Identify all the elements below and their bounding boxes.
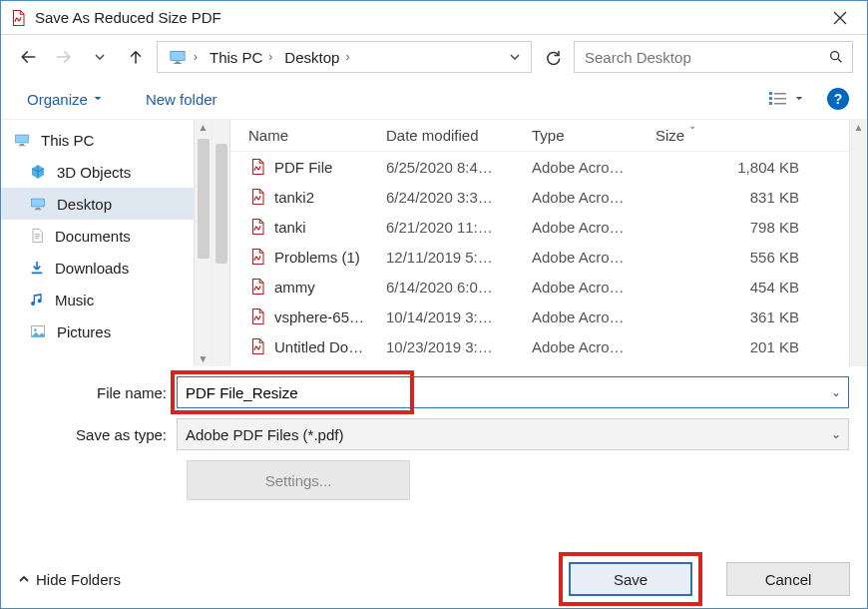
svg-rect-6 (774, 93, 786, 95)
nav-forward-button[interactable] (49, 42, 79, 72)
sidebar-item-documents[interactable]: Documents (1, 220, 194, 252)
new-folder-button[interactable]: New folder (146, 91, 217, 108)
highlight-save: Save (559, 552, 702, 606)
file-size: 361 KB (646, 308, 849, 325)
file-date: 6/25/2020 8:4… (376, 159, 522, 176)
col-label: Type (532, 127, 565, 144)
close-button[interactable] (817, 1, 863, 35)
path-box[interactable]: › This PC › Desktop › (157, 41, 532, 73)
saveastype-dropdown[interactable]: Adobe PDF Files (*.pdf) (177, 418, 849, 450)
caret-down-icon (94, 95, 102, 103)
path-seg-thispc[interactable]: This PC › (204, 42, 278, 72)
chevron-up-icon (18, 573, 30, 585)
list-scrollbar[interactable]: ▲ (849, 120, 867, 366)
nav-back-button[interactable] (13, 42, 43, 72)
svg-point-4 (831, 52, 839, 60)
file-row[interactable]: ammy6/14/2020 6:0…Adobe Acro…454 KB (230, 272, 849, 302)
search-icon (828, 49, 844, 65)
file-row[interactable]: Untitled Do…10/23/2019 3:…Adobe Acro…201… (230, 331, 849, 361)
sidebar-item-label: 3D Objects (57, 164, 131, 181)
chevron-down-icon (94, 51, 106, 63)
scroll-up-icon[interactable]: ▲ (854, 120, 864, 135)
caret-down-icon (795, 95, 803, 103)
file-row[interactable]: Problems (1)12/11/2019 5:…Adobe Acro…556… (230, 242, 849, 272)
chevron-down-icon (509, 51, 521, 63)
sidebar-item-label: Documents (55, 228, 131, 245)
organize-label: Organize (27, 91, 88, 108)
save-button[interactable]: Save (569, 562, 692, 596)
filename-label: File name: (19, 384, 177, 401)
list-left-scrollbar[interactable] (213, 120, 230, 366)
sidebar-item-label: Music (55, 292, 94, 308)
sidebar-scrollbar[interactable]: ▲ ▼ (194, 120, 212, 366)
arrow-up-icon (127, 48, 145, 66)
sidebar-item-3dobjects[interactable]: 3D Objects (1, 156, 194, 188)
refresh-button[interactable] (538, 42, 568, 72)
svg-rect-8 (774, 98, 786, 100)
sidebar-item-downloads[interactable]: Downloads (1, 252, 194, 284)
file-row[interactable]: PDF File6/25/2020 8:4…Adobe Acro…1,804 K… (230, 152, 849, 182)
svg-rect-5 (769, 92, 772, 95)
scroll-thumb[interactable] (198, 139, 210, 259)
nav-up-button[interactable] (121, 42, 151, 72)
view-options-button[interactable] (769, 91, 803, 107)
scroll-thumb[interactable] (216, 144, 227, 264)
file-date: 10/23/2019 3:… (376, 338, 522, 355)
sidebar-item-label: This PC (41, 132, 94, 149)
chevron-right-icon: › (268, 50, 272, 64)
pdf-file-icon (248, 248, 266, 266)
list-header: Name Date modified Type Size⌄ (230, 120, 849, 152)
sidebar-item-thispc[interactable]: This PC (1, 124, 194, 156)
sidebar-item-label: Downloads (55, 260, 129, 277)
file-date: 6/24/2020 3:3… (376, 189, 522, 206)
file-row[interactable]: tanki6/21/2020 11:…Adobe Acro…798 KB (230, 212, 849, 242)
file-row[interactable]: vsphere-65…10/14/2019 3:…Adobe Acro…361 … (230, 302, 849, 331)
svg-rect-7 (769, 97, 772, 100)
path-seg-desktop[interactable]: Desktop › (278, 42, 355, 72)
help-button[interactable]: ? (827, 88, 849, 110)
file-date: 6/14/2020 6:0… (376, 279, 522, 296)
scroll-up-icon[interactable]: ▲ (199, 120, 209, 135)
pdf-file-icon (248, 218, 266, 236)
col-label: Size (655, 127, 684, 144)
file-date: 12/11/2019 5:… (376, 249, 522, 266)
pdf-file-icon (248, 337, 266, 355)
file-type: Adobe Acro… (522, 189, 646, 206)
col-name[interactable]: Name (230, 127, 376, 144)
sort-desc-icon: ⌄ (688, 120, 696, 131)
file-size: 556 KB (646, 249, 849, 266)
nav-history-dropdown[interactable] (85, 42, 115, 72)
path-seg-label: This PC (210, 49, 262, 66)
sidebar-item-label: Pictures (57, 323, 111, 340)
filename-input[interactable] (177, 376, 849, 408)
scroll-down-icon[interactable]: ▼ (199, 351, 209, 366)
file-date: 6/21/2020 11:… (376, 219, 522, 236)
saveastype-label: Save as type: (19, 426, 177, 443)
titlebar: Save As Reduced Size PDF (1, 1, 867, 35)
music-icon (29, 291, 45, 308)
col-size[interactable]: Size⌄ (646, 127, 849, 144)
search-box[interactable] (574, 41, 853, 73)
arrow-left-icon (18, 47, 38, 67)
hide-folders-toggle[interactable]: Hide Folders (18, 571, 121, 588)
file-row[interactable]: tanki26/24/2020 3:3…Adobe Acro…831 KB (230, 182, 849, 212)
file-name: tanki (274, 219, 306, 236)
file-type: Adobe Acro… (522, 308, 646, 325)
file-date: 10/14/2019 3:… (376, 308, 522, 325)
search-input[interactable] (583, 48, 828, 67)
path-root-icon[interactable]: › (162, 42, 204, 72)
saveastype-value: Adobe PDF Files (*.pdf) (186, 426, 343, 443)
col-date[interactable]: Date modified (376, 127, 522, 144)
view-details-icon (769, 91, 789, 107)
sidebar-item-pictures[interactable]: Pictures (1, 315, 194, 347)
col-label: Date modified (386, 127, 479, 144)
documents-icon (29, 227, 45, 245)
cancel-button[interactable]: Cancel (726, 562, 850, 596)
organize-menu[interactable]: Organize (27, 91, 102, 108)
path-dropdown-button[interactable] (503, 42, 527, 72)
sidebar-item-music[interactable]: Music (1, 284, 194, 315)
path-seg-label: Desktop (284, 49, 339, 66)
col-type[interactable]: Type (522, 127, 646, 144)
arrow-right-icon (54, 47, 74, 67)
sidebar-item-desktop[interactable]: Desktop (1, 188, 194, 220)
